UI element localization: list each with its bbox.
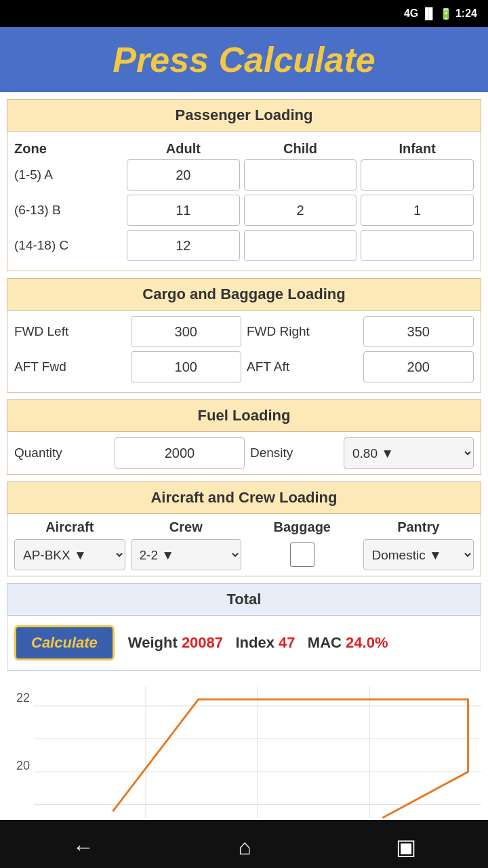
crew-select[interactable]: 2-2 ▼ 2-3 3-2 (131, 539, 242, 570)
fuel-loading-body: Quantity Density 0.80 ▼ 0.79 0.81 0.78 (7, 432, 481, 475)
mac-label: MAC (308, 634, 342, 651)
zone-label-3: (14-18) C (14, 238, 123, 253)
result-display: Weight 20087 Index 47 MAC 24.0% (128, 634, 388, 652)
fuel-grid: Quantity Density 0.80 ▼ 0.79 0.81 0.78 (14, 437, 474, 469)
battery-icon: 🔋 (439, 7, 453, 20)
baggage-checkbox-cell (247, 542, 358, 567)
passenger-loading-header: Passenger Loading (7, 99, 481, 132)
status-icons: 4G ▐▌ 🔋 1:24 (404, 7, 477, 20)
total-body: Calculate Weight 20087 Index 47 MAC 24.0… (7, 616, 481, 671)
main-content: Passenger Loading Zone Adult Child Infan… (0, 92, 488, 820)
status-bar: 4G ▐▌ 🔋 1:24 (0, 0, 488, 27)
col-infant: Infant (361, 141, 474, 157)
back-button[interactable]: ← (72, 835, 94, 860)
child-input-2[interactable] (244, 195, 357, 226)
col-pantry: Pantry (363, 519, 474, 535)
pantry-select[interactable]: Domestic ▼ International (363, 539, 474, 570)
infant-input-3[interactable] (361, 230, 474, 261)
col-adult: Adult (127, 141, 240, 157)
child-input-3[interactable] (244, 230, 357, 261)
aft-aft-label: AFT Aft (247, 359, 358, 374)
col-zone: Zone (14, 141, 123, 157)
nav-bar: ← ⌂ ▣ (0, 820, 488, 868)
quantity-input[interactable] (115, 437, 245, 469)
aircraft-loading-body: Aircraft Crew Baggage Pantry AP-BKX ▼ AP… (7, 514, 481, 576)
infant-input-1[interactable] (361, 159, 474, 191)
calculate-button[interactable]: Calculate (14, 625, 115, 660)
index-label: Index (235, 634, 274, 651)
fwd-left-input[interactable] (131, 316, 242, 347)
adult-input-2[interactable] (127, 195, 240, 226)
passenger-row-2: (6-13) B (14, 195, 474, 226)
app-header: Press Calculate (0, 27, 488, 92)
density-label: Density (250, 446, 338, 460)
cargo-row-1: FWD Left FWD Right (14, 316, 474, 347)
passenger-column-headers: Zone Adult Child Infant (14, 137, 474, 159)
time-display: 1:24 (455, 7, 477, 20)
chart-svg (34, 684, 481, 820)
signal-bars: ▐▌ (421, 7, 436, 20)
adult-input-1[interactable] (127, 159, 240, 191)
passenger-row-1: (1-5) A (14, 159, 474, 191)
baggage-checkbox[interactable] (290, 542, 314, 567)
aircraft-column-headers: Aircraft Crew Baggage Pantry (14, 519, 474, 535)
fwd-right-label: FWD Right (247, 324, 358, 339)
col-child: Child (244, 141, 357, 157)
signal-icon: 4G (404, 7, 418, 20)
aircraft-select[interactable]: AP-BKX ▼ AP-BKY AP-BKZ (14, 539, 125, 570)
aft-fwd-input[interactable] (131, 351, 242, 382)
adult-input-3[interactable] (127, 230, 240, 261)
index-value: 47 (279, 634, 295, 651)
density-select[interactable]: 0.80 ▼ 0.79 0.81 0.78 (344, 437, 474, 469)
fwd-right-input[interactable] (363, 316, 474, 347)
weight-label: Weight (128, 634, 178, 651)
cargo-loading-body: FWD Left FWD Right AFT Fwd AFT Aft (7, 311, 481, 393)
home-button[interactable]: ⌂ (238, 835, 251, 860)
aircraft-loading-header: Aircraft and Crew Loading (7, 481, 481, 514)
col-aircraft: Aircraft (14, 519, 125, 535)
total-header: Total (7, 583, 481, 616)
col-crew: Crew (131, 519, 242, 535)
col-baggage: Baggage (247, 519, 358, 535)
cargo-loading-header: Cargo and Baggage Loading (7, 278, 481, 311)
passenger-loading-body: Zone Adult Child Infant (1-5) A (6-13) B… (7, 132, 481, 271)
y-label-22: 22 (16, 691, 30, 705)
zone-label-1: (1-5) A (14, 167, 123, 182)
aft-fwd-label: AFT Fwd (14, 359, 125, 374)
mac-value: 24.0% (346, 634, 388, 651)
aft-aft-input[interactable] (363, 351, 474, 382)
passenger-row-3: (14-18) C (14, 230, 474, 261)
child-input-1[interactable] (244, 159, 357, 191)
fuel-loading-header: Fuel Loading (7, 399, 481, 432)
fwd-left-label: FWD Left (14, 324, 125, 339)
weight-value: 20087 (182, 634, 223, 651)
cargo-row-2: AFT Fwd AFT Aft (14, 351, 474, 382)
y-label-20: 20 (16, 759, 30, 773)
quantity-label: Quantity (14, 446, 109, 460)
zone-label-2: (6-13) B (14, 203, 123, 218)
recent-button[interactable]: ▣ (396, 834, 416, 860)
infant-input-2[interactable] (361, 195, 474, 226)
chart-container: 22 20 (7, 677, 481, 813)
page-title: Press Calculate (7, 39, 481, 80)
aircraft-inputs-row: AP-BKX ▼ AP-BKY AP-BKZ 2-2 ▼ 2-3 3-2 Dom… (14, 539, 474, 570)
